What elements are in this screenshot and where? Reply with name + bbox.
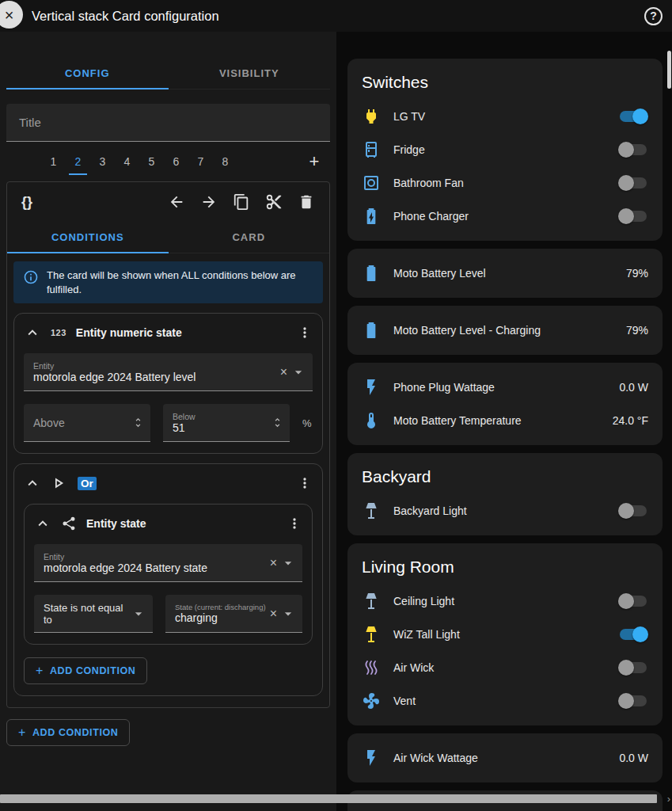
floor-lamp-icon xyxy=(362,625,381,644)
entity-name: Air Wick xyxy=(393,661,434,674)
entity-row: Phone Charger xyxy=(359,200,651,233)
entity-field-value: motorola edge 2024 Battery level xyxy=(33,371,277,383)
cut-card-icon[interactable] xyxy=(265,193,283,211)
entity-picker[interactable]: Entity motorola edge 2024 Battery state … xyxy=(34,544,302,582)
clear-icon[interactable]: × xyxy=(280,365,287,379)
card-living-room: Living Room Ceiling Light WiZ Tall Light… xyxy=(347,543,663,725)
stepper-icon[interactable] xyxy=(132,417,144,428)
entity-row: Phone Plug Wattage 0.0 W xyxy=(359,371,651,404)
page-tab-6[interactable]: 6 xyxy=(164,148,188,175)
page-tab-8[interactable]: 8 xyxy=(213,148,237,175)
config-panel: CONFIG VISIBILITY Title 1 2 3 4 5 6 7 8 … xyxy=(0,32,336,811)
collapse-icon[interactable] xyxy=(34,515,51,532)
toggle-switch[interactable] xyxy=(618,175,648,191)
close-icon: × xyxy=(5,7,14,23)
title-input[interactable]: Title xyxy=(6,104,330,142)
conditions-info-text: The card will be shown when ALL conditio… xyxy=(47,268,313,296)
tab-conditions[interactable]: CONDITIONS xyxy=(7,222,169,253)
page-tab-4[interactable]: 4 xyxy=(115,148,139,175)
entity-name: Fridge xyxy=(393,143,425,156)
tab-card[interactable]: CARD xyxy=(169,222,330,253)
move-card-left-icon[interactable] xyxy=(168,193,185,211)
below-input[interactable]: Below 51 xyxy=(163,404,290,442)
operator-value: State is not equal to xyxy=(44,602,131,626)
tab-config[interactable]: CONFIG xyxy=(6,58,169,89)
dropdown-icon[interactable] xyxy=(280,555,296,571)
operator-select[interactable]: State is not equal to xyxy=(34,595,153,633)
state-input[interactable]: State (current: discharging) charging × xyxy=(165,595,302,633)
dropdown-icon[interactable] xyxy=(131,606,146,622)
add-condition-button[interactable]: + ADD CONDITION xyxy=(24,657,147,684)
toggle-switch[interactable] xyxy=(618,660,648,676)
entity-name: LG TV xyxy=(393,110,425,123)
entity-name: WiZ Tall Light xyxy=(393,628,460,641)
scent-icon xyxy=(362,658,381,677)
horizontal-scrollbar: › xyxy=(0,794,672,803)
card-battery-level: Moto Battery Level 79% xyxy=(347,249,663,298)
help-button[interactable]: ? xyxy=(644,7,663,25)
delete-card-icon[interactable] xyxy=(298,193,315,211)
horizontal-scrollbar-thumb[interactable] xyxy=(0,794,657,803)
condition-header: Entity state xyxy=(34,511,302,536)
entity-row: Vent xyxy=(359,684,651,718)
clear-icon[interactable]: × xyxy=(270,556,277,570)
entity-value: 24.0 °F xyxy=(613,414,648,427)
tab-visibility[interactable]: VISIBILITY xyxy=(169,58,331,89)
above-input[interactable]: Above xyxy=(24,404,150,442)
entity-name: Moto Battery Level xyxy=(393,267,486,280)
toggle-switch[interactable] xyxy=(618,593,648,609)
entity-row: LG TV xyxy=(359,100,651,133)
toggle-switch[interactable] xyxy=(618,503,648,519)
clear-icon[interactable]: × xyxy=(270,607,277,621)
floor-lamp-icon xyxy=(362,501,381,520)
page-tab-3[interactable]: 3 xyxy=(90,148,115,175)
fridge-icon xyxy=(362,140,381,159)
below-value: 51 xyxy=(173,421,271,434)
page-tab-7[interactable]: 7 xyxy=(188,148,213,175)
scroll-right-icon[interactable]: › xyxy=(667,793,670,805)
add-condition-label: ADD CONDITION xyxy=(50,665,136,676)
entity-picker[interactable]: Entity motorola edge 2024 Battery level … xyxy=(24,353,313,391)
entity-row: Air Wick xyxy=(359,651,651,684)
overflow-menu-icon[interactable] xyxy=(297,475,313,491)
card-title: Backyard xyxy=(359,461,651,494)
move-card-right-icon[interactable] xyxy=(200,193,218,211)
code-editor-icon[interactable]: {} xyxy=(21,194,32,211)
stepper-icon[interactable] xyxy=(271,417,283,428)
dialog-title: Vertical stack Card configuration xyxy=(32,9,219,24)
entity-row: Moto Battery Level 79% xyxy=(359,257,651,290)
condition-header: 123 Entity numeric state xyxy=(24,320,313,345)
toggle-switch[interactable] xyxy=(618,693,648,709)
toggle-switch[interactable] xyxy=(618,142,648,158)
preview-panel: Switches LG TV Fridge Bathroom Fan Phone… xyxy=(336,32,672,811)
dropdown-icon[interactable] xyxy=(280,606,296,622)
copy-card-icon[interactable] xyxy=(233,193,250,211)
vertical-scrollbar-thumb[interactable] xyxy=(667,51,671,89)
page-tab-2[interactable]: 2 xyxy=(66,148,90,175)
entity-row: WiZ Tall Light xyxy=(359,618,651,651)
toggle-switch[interactable] xyxy=(618,208,648,224)
add-condition-button[interactable]: + ADD CONDITION xyxy=(6,719,130,746)
collapse-icon[interactable] xyxy=(24,324,41,341)
title-placeholder: Title xyxy=(19,116,41,129)
page-tab-5[interactable]: 5 xyxy=(139,148,164,175)
tab-config-label: CONFIG xyxy=(65,67,110,79)
collapse-icon[interactable] xyxy=(24,474,41,492)
page-tab-1[interactable]: 1 xyxy=(41,148,66,175)
add-card-button[interactable]: + xyxy=(298,148,330,175)
entity-name: Vent xyxy=(393,695,416,707)
flash-icon xyxy=(362,378,381,397)
battery-icon xyxy=(362,321,381,340)
entity-row: Ceiling Light xyxy=(359,584,651,618)
dropdown-icon[interactable] xyxy=(290,364,306,380)
overflow-menu-icon[interactable] xyxy=(297,325,313,341)
card-toolbar: {} xyxy=(7,182,329,222)
toggle-switch[interactable] xyxy=(618,109,648,124)
condition-tab-bar: CONDITIONS CARD xyxy=(7,222,329,253)
close-button[interactable]: × xyxy=(0,1,23,29)
condition-title: Entity numeric state xyxy=(76,326,182,339)
toggle-switch[interactable] xyxy=(618,626,648,642)
entity-value: 79% xyxy=(626,324,648,337)
overflow-menu-icon[interactable] xyxy=(287,516,302,531)
or-group-title: Or xyxy=(78,477,97,490)
